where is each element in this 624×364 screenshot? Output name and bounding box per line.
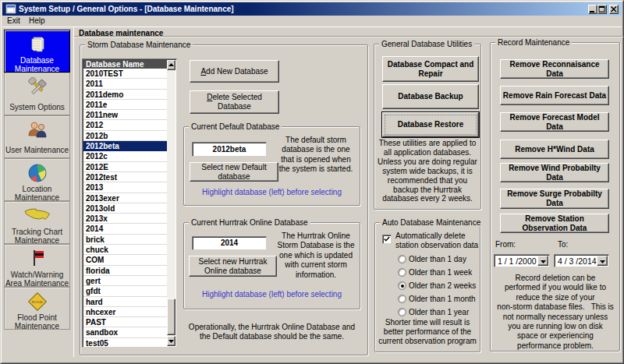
svg-text:FLOOD: FLOOD xyxy=(32,300,43,304)
